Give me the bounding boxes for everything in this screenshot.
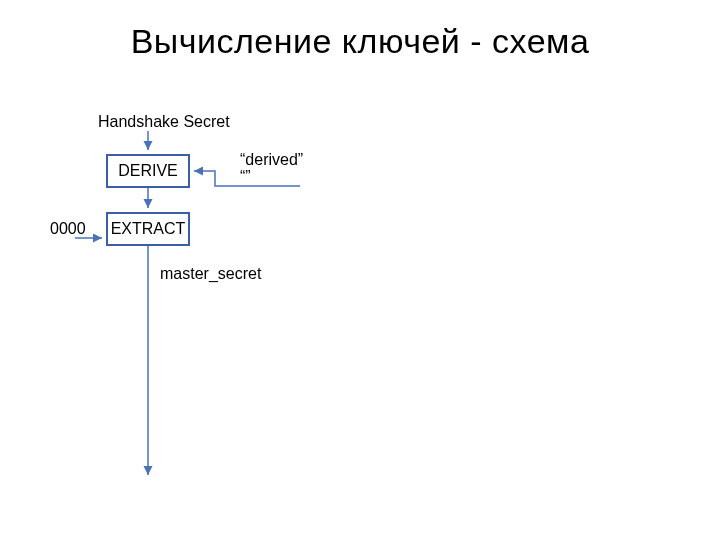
- label-zeros: 0000: [50, 219, 86, 238]
- label-handshake-secret: Handshake Secret: [98, 112, 230, 131]
- page-title: Вычисление ключей - схема: [0, 22, 720, 61]
- label-master-secret: master_secret: [160, 264, 261, 283]
- box-derive: DERIVE: [106, 154, 190, 188]
- label-derived-empty: “”: [240, 167, 251, 186]
- box-extract: EXTRACT: [106, 212, 190, 246]
- diagram-connectors: [0, 0, 720, 540]
